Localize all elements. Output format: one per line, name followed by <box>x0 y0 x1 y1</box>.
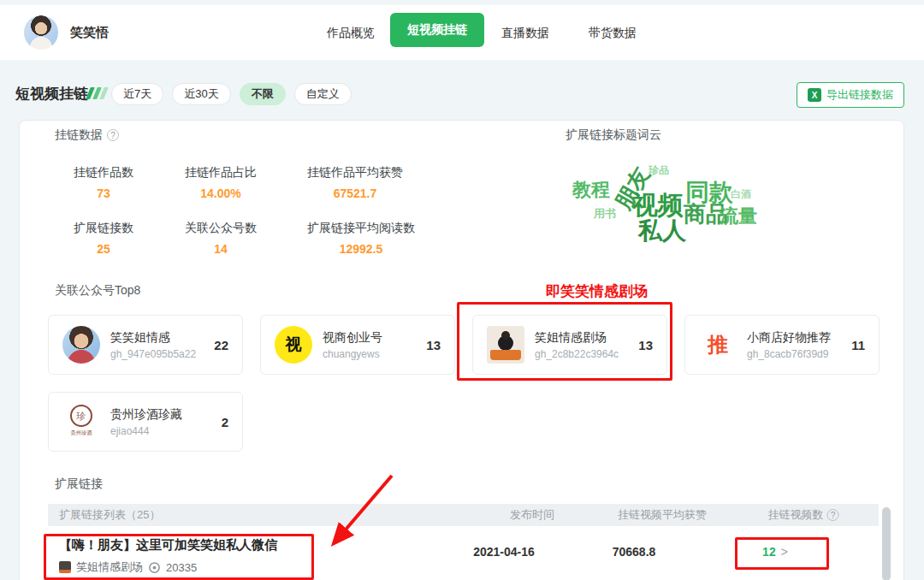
video-count-help-icon[interactable]: ? <box>827 509 839 521</box>
wordcloud-word: 用书 <box>594 208 616 219</box>
page-title: 短视频挂链 <box>15 84 88 104</box>
column-avg-likes: 挂链视频平均获赞 <box>618 507 707 523</box>
wordcloud-section-label: 扩展链接标题词云 <box>566 127 661 143</box>
export-button-label: 导出链接数据 <box>826 87 893 103</box>
stat-linked-ratio: 挂链作品占比 14.00% <box>185 165 257 200</box>
video-count-value: 12 <box>762 545 776 559</box>
wordcloud-title: 扩展链接标题词云 <box>566 127 661 143</box>
title-slashes-icon <box>88 87 109 99</box>
account-card-id: gh_947e095b5a22 <box>110 348 214 360</box>
filter-30days[interactable]: 近30天 <box>172 83 230 105</box>
account-card-name: 笑姐情感剧场 <box>535 330 638 346</box>
tab-live-data[interactable]: 直播数据 <box>501 26 549 41</box>
row-read-count: 20335 <box>166 561 197 574</box>
link-row-title[interactable]: 【嗨！朋友】这里可加笑笑姐私人微信 <box>59 537 277 553</box>
links-section-label: 扩展链接 <box>55 476 103 492</box>
account-card-id: gh_8cacb76f39d9 <box>747 348 851 360</box>
views-icon <box>148 561 161 574</box>
chevron-right-icon: > <box>781 545 788 559</box>
table-scrollbar[interactable] <box>882 507 891 580</box>
account-card-guizhou[interactable]: 珍 贵州珍酒 贵州珍酒珍藏 ejiao444 2 <box>48 392 243 452</box>
filter-7days[interactable]: 近7天 <box>111 83 163 105</box>
stat-ext-links: 扩展链接数 25 <box>74 221 133 256</box>
account-card-logo: 视 <box>275 326 312 364</box>
wordcloud-word: 流量 <box>720 207 757 226</box>
account-card-count: 13 <box>638 338 653 352</box>
row-account-name: 笑姐情感剧场 <box>76 559 143 575</box>
accounts-section-label: 关联公众号Top8 <box>55 283 140 299</box>
account-card-avatar <box>487 326 524 364</box>
export-links-button[interactable]: X 导出链接数据 <box>797 82 904 108</box>
account-card-shishang[interactable]: 视 视商创业号 chuangyews 13 <box>260 315 455 375</box>
account-card-name: 视商创业号 <box>323 330 426 346</box>
stats-title: 挂链数据 <box>55 127 103 143</box>
cell-publish-date: 2021-04-16 <box>473 545 535 559</box>
account-header: 笑笑悟 作品概览 短视频挂链 直播数据 带货数据 <box>0 5 924 60</box>
row-account-avatar <box>59 561 71 573</box>
account-card-name: 贵州珍酒珍藏 <box>110 407 222 423</box>
account-card-logo: 推 <box>699 326 737 364</box>
account-card-id: chuangyews <box>323 348 426 360</box>
account-card-name: 笑笑姐情感 <box>110 330 214 346</box>
account-card-id: gh_2c8b22c3964c <box>535 348 638 360</box>
account-card-xiaojie-theater[interactable]: 笑姐情感剧场 gh_2c8b22c3964c 13 <box>472 315 667 375</box>
tab-works-overview[interactable]: 作品概览 <box>327 26 375 41</box>
stats-section-label: 挂链数据 ? <box>55 127 119 143</box>
wordcloud-word: 白酒 <box>731 189 751 199</box>
account-card-shop-picks[interactable]: 推 小商店好物推荐 gh_8cacb76f39d9 11 <box>684 315 880 375</box>
cell-video-count[interactable]: 12> <box>762 545 788 559</box>
links-list-title: 扩展链接列表（25） <box>59 507 160 523</box>
filter-unlimited[interactable]: 不限 <box>240 83 286 105</box>
stat-linked-accounts: 关联公众号数 14 <box>185 221 257 256</box>
account-card-count: 11 <box>851 338 865 352</box>
wordcloud-word: 教程 <box>572 181 610 199</box>
account-card-count: 2 <box>222 415 228 429</box>
cell-avg-likes: 70668.8 <box>613 545 656 559</box>
filter-custom[interactable]: 自定义 <box>294 83 352 105</box>
account-avatar <box>24 15 58 50</box>
column-publish-date: 发布时间 <box>510 507 554 523</box>
accounts-title: 关联公众号Top8 <box>55 283 140 299</box>
wordcloud-word: 私人 <box>638 219 686 243</box>
account-card-count: 22 <box>214 338 228 352</box>
stats-help-icon[interactable]: ? <box>107 129 119 141</box>
date-range-filters: 近7天 近30天 不限 自定义 <box>111 83 352 105</box>
link-row-subline: 笑姐情感剧场 20335 <box>59 559 197 575</box>
account-card-logo: 珍 贵州珍酒 <box>62 403 100 441</box>
account-card-avatar <box>62 326 100 364</box>
tab-commerce-data[interactable]: 带货数据 <box>589 26 637 41</box>
excel-icon: X <box>808 88 821 102</box>
red-annotation-text: 即笑笑情感剧场 <box>546 281 648 301</box>
account-name: 笑笑悟 <box>70 25 109 41</box>
stat-linked-works: 挂链作品数 73 <box>74 165 133 200</box>
account-card-name: 小商店好物推荐 <box>747 330 851 346</box>
column-video-count: 挂链视频数 ? <box>768 507 839 523</box>
links-title: 扩展链接 <box>55 476 103 492</box>
links-table-header: 扩展链接列表（25） 发布时间 挂链视频平均获赞 挂链视频数 ? <box>48 504 879 526</box>
wordcloud-word: 视频 <box>632 192 684 218</box>
main-panel: 挂链数据 ? 挂链作品数 73 挂链作品占比 14.00% 挂链作品平均获赞 6… <box>19 120 904 580</box>
wordcloud-word: 珍品 <box>649 165 669 175</box>
account-card-count: 13 <box>426 338 441 352</box>
tab-video-links-active[interactable]: 短视频挂链 <box>390 13 484 47</box>
account-card-xiaoxiaojie[interactable]: 笑笑姐情感 gh_947e095b5a22 22 <box>48 315 243 375</box>
stat-avg-likes: 挂链作品平均获赞 67521.7 <box>307 165 403 200</box>
account-card-id: ejiao444 <box>110 425 222 437</box>
stat-avg-reads: 扩展链接平均阅读数 12992.5 <box>307 221 415 256</box>
